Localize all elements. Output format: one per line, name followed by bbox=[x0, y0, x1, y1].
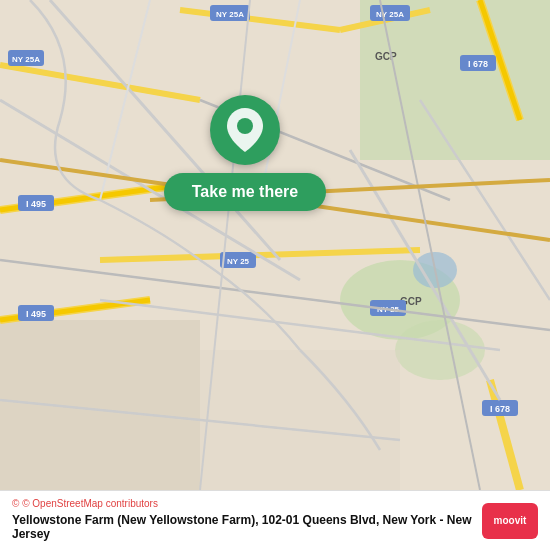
svg-text:GCP: GCP bbox=[375, 51, 397, 62]
take-me-there-button[interactable]: Take me there bbox=[164, 173, 326, 211]
map-container: I 678 I 495 I 495 NY 25A NY 25A NY 25A G… bbox=[0, 0, 550, 490]
svg-text:I 678: I 678 bbox=[468, 59, 488, 69]
svg-text:NY 25A: NY 25A bbox=[12, 55, 40, 64]
location-pin bbox=[210, 95, 280, 165]
moovit-logo: moovit bbox=[482, 503, 538, 539]
moovit-logo-text: moovit bbox=[494, 515, 527, 526]
svg-text:I 495: I 495 bbox=[26, 199, 46, 209]
svg-rect-5 bbox=[200, 350, 400, 490]
svg-text:NY 25A: NY 25A bbox=[216, 10, 244, 19]
svg-rect-4 bbox=[0, 320, 200, 490]
footer: © © OpenStreetMap contributors Yellowsto… bbox=[0, 490, 550, 550]
svg-point-52 bbox=[237, 118, 253, 134]
footer-text: © © OpenStreetMap contributors Yellowsto… bbox=[12, 498, 474, 544]
osm-credit-text: © OpenStreetMap contributors bbox=[22, 498, 158, 509]
pin-icon bbox=[227, 108, 263, 152]
svg-text:NY 25: NY 25 bbox=[227, 257, 250, 266]
svg-rect-1 bbox=[360, 0, 550, 160]
location-name: Yellowstone Farm (New Yellowstone Farm),… bbox=[12, 513, 474, 541]
svg-text:I 495: I 495 bbox=[26, 309, 46, 319]
navigation-overlay: Take me there bbox=[140, 95, 350, 211]
svg-text:I 678: I 678 bbox=[490, 404, 510, 414]
copyright-symbol: © bbox=[12, 498, 19, 509]
svg-text:NY 25A: NY 25A bbox=[376, 10, 404, 19]
osm-credit: © © OpenStreetMap contributors bbox=[12, 498, 474, 509]
